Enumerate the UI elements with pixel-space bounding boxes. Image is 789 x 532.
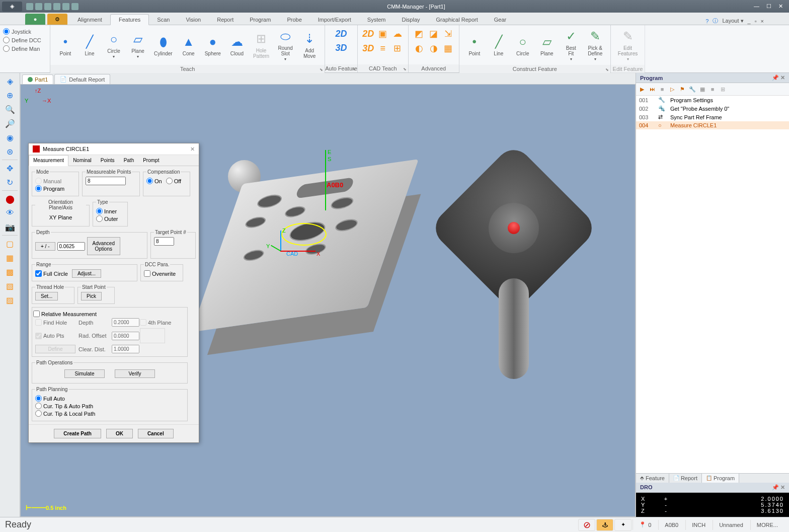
program-row[interactable]: 004○Measure CIRCLE1 — [636, 121, 789, 129]
panel-tab-report[interactable]: 📄 Report — [669, 474, 702, 483]
prog-ff-icon[interactable]: ⏭ — [648, 85, 656, 93]
radio-joystick[interactable]: Joystick — [3, 28, 47, 35]
tab-vision[interactable]: Vision — [178, 15, 209, 25]
cube-trans-icon[interactable]: ▧ — [4, 280, 16, 292]
program-row[interactable]: 001🔧Program Settings — [636, 96, 789, 104]
cube-wire-icon[interactable]: ▢ — [4, 238, 16, 250]
tab-scan[interactable]: Scan — [149, 15, 178, 25]
adv-2-button[interactable]: ◪ — [427, 27, 440, 40]
doc-tab-part1[interactable]: Part1 — [22, 74, 53, 84]
dialog-tab-prompt[interactable]: Prompt — [138, 155, 164, 166]
prog-play2-icon[interactable]: ▷ — [668, 85, 676, 93]
close-button[interactable]: ✕ — [778, 3, 783, 10]
target-point-input[interactable] — [154, 237, 174, 246]
teach-cone-button[interactable]: ▲Cone — [178, 33, 200, 57]
file-tab[interactable]: ● — [25, 14, 45, 25]
qat-settings-icon[interactable] — [71, 3, 78, 10]
adv-5-button[interactable]: ◑ — [427, 42, 440, 55]
adv-4-button[interactable]: ◐ — [413, 42, 426, 55]
thread-set-button[interactable]: Set... — [35, 292, 58, 300]
teach-round-slot-button[interactable]: ⬭Round Slot▾ — [274, 27, 296, 63]
ribbon-minimize-icon[interactable]: _ — [748, 18, 751, 24]
adv-6-button[interactable]: ▦ — [442, 42, 455, 55]
zoom-out-icon[interactable]: 🔎 — [4, 117, 16, 129]
auto-3d-button[interactable]: 3D — [333, 41, 350, 54]
prog-grid-icon[interactable]: ▦ — [698, 85, 706, 93]
construct-circle-button[interactable]: ○Circle — [512, 33, 534, 57]
verify-button[interactable]: Verify — [115, 369, 155, 378]
tab-report[interactable]: Report — [209, 15, 242, 25]
construct-launcher-icon[interactable]: ⬊ — [605, 67, 609, 72]
prog-stop-icon[interactable]: ■ — [658, 85, 666, 93]
adv-1-button[interactable]: ◩ — [413, 27, 426, 40]
teach-add-move-button[interactable]: ⇣Add Move — [298, 30, 321, 60]
teach-point-button[interactable]: •Point — [54, 33, 76, 57]
teach-sphere-button[interactable]: ●Sphere — [202, 33, 224, 57]
radio-define-dcc[interactable]: Define DCC — [3, 37, 47, 43]
view-camera-icon[interactable]: 📷 — [4, 221, 16, 233]
cad-teach-1-button[interactable]: 2D — [362, 27, 375, 40]
qat-new-icon[interactable] — [26, 3, 33, 10]
dialog-close-button[interactable]: ✕ — [190, 146, 195, 153]
qat-undo-icon[interactable] — [53, 3, 60, 10]
radio-outer[interactable]: Outer — [96, 215, 124, 222]
info-icon[interactable]: ⓘ — [713, 17, 718, 25]
pan-icon[interactable]: ✥ — [4, 162, 16, 174]
status-probe-cell[interactable]: 📍 0 — [633, 519, 657, 530]
cadteach-launcher-icon[interactable]: ⬊ — [403, 67, 407, 71]
status-more-cell[interactable]: MORE... — [750, 520, 784, 530]
teach-cloud-button[interactable]: ☁Cloud — [226, 33, 248, 57]
construct-point-button[interactable]: •Point — [463, 33, 486, 57]
ribbon-close-icon[interactable]: × — [761, 18, 764, 24]
view-eye-icon[interactable]: 👁 — [4, 207, 16, 219]
construct-line-button[interactable]: ╱Line — [488, 33, 510, 57]
create-path-button[interactable]: Create Path — [54, 429, 101, 438]
dro-pin-icon[interactable]: 📌 ✕ — [772, 484, 785, 491]
logo-small-icon[interactable]: ◈ — [4, 75, 16, 87]
qat-redo-icon[interactable] — [62, 3, 69, 10]
radio-full-auto[interactable]: Full Auto — [35, 395, 184, 402]
prog-flag-icon[interactable]: ⚑ — [678, 85, 686, 93]
adv-3-button[interactable]: ⇲ — [442, 27, 455, 40]
tab-gear[interactable]: Gear — [486, 15, 514, 25]
tab-import-export[interactable]: Import/Export — [310, 15, 359, 25]
tab-program[interactable]: Program — [242, 15, 279, 25]
teach-launcher-icon[interactable]: ⬊ — [320, 67, 323, 72]
cad-teach-6-button[interactable]: ⊞ — [391, 42, 404, 55]
radio-tip-auto[interactable]: Cur. Tip & Auto Path — [35, 403, 184, 409]
ribbon-restore-icon[interactable]: ▫ — [755, 18, 757, 24]
checkbox-find-hole[interactable]: Find Hole — [35, 319, 75, 326]
help-icon[interactable]: ? — [705, 18, 708, 24]
rel-rad-input[interactable] — [112, 332, 139, 340]
construct-plane-button[interactable]: ▱Plane — [536, 33, 558, 57]
prog-block-icon[interactable]: ■ — [708, 85, 717, 93]
panel-tab-feature[interactable]: ⬘ Feature — [636, 474, 669, 483]
checkbox-full-circle[interactable]: Full Circle — [35, 270, 68, 277]
radio-inner[interactable]: Inner — [96, 208, 124, 214]
start-pick-button[interactable]: Pick — [81, 292, 102, 300]
panel-tab-program[interactable]: 📋 Program — [702, 474, 739, 483]
prog-wrench-icon[interactable]: 🔧 — [688, 85, 696, 93]
rel-depth-input[interactable] — [112, 318, 139, 327]
qat-open-icon[interactable] — [35, 3, 42, 10]
program-row[interactable]: 002🔩Get "Probe Assembly 0" — [636, 104, 789, 113]
minimize-button[interactable]: — — [754, 3, 759, 10]
cube-hidden-icon[interactable]: ▨ — [4, 294, 16, 306]
rel-define-button[interactable]: Define — [35, 345, 75, 353]
checkbox-auto-pts[interactable]: Auto Pts — [35, 333, 75, 339]
depth-toggle-button[interactable]: + / - — [35, 242, 55, 251]
cad-teach-2-button[interactable]: ▣ — [376, 27, 389, 40]
zoom-default-icon[interactable]: ⊕ — [4, 89, 16, 101]
radio-define-man[interactable]: Define Man — [3, 45, 47, 52]
maximize-button[interactable]: ☐ — [766, 3, 771, 10]
simulate-button[interactable]: Simulate — [64, 369, 105, 378]
status-coord-cell[interactable]: Unnamed — [713, 520, 749, 530]
prog-pattern-icon[interactable]: ⊞ — [719, 85, 727, 93]
dialog-tab-points[interactable]: Points — [96, 155, 119, 166]
teach-circle-button[interactable]: ○Circle▾ — [103, 30, 125, 60]
adjust-button[interactable]: Adjust... — [72, 269, 101, 278]
ok-button[interactable]: OK — [106, 429, 133, 438]
construct-bestfit-button[interactable]: ✓Best Fit▾ — [560, 27, 582, 63]
measurable-points-input[interactable] — [86, 177, 126, 185]
file-tab-2[interactable]: ⚙ — [47, 14, 67, 25]
